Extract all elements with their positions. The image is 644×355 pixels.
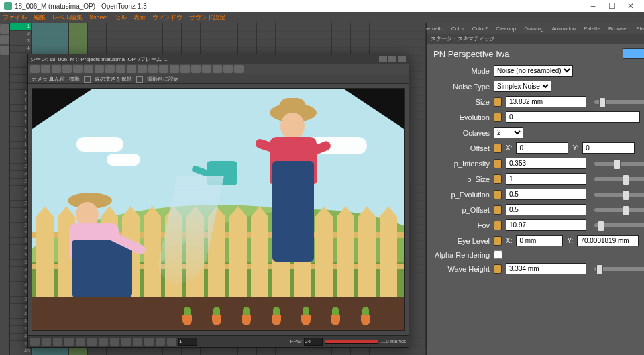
tool-icon[interactable] (170, 65, 179, 73)
menu-edit[interactable]: 編集 (34, 13, 46, 22)
window-minimize[interactable]: – (584, 1, 602, 11)
tab-color2[interactable]: Color2 (470, 26, 490, 32)
tool-icon[interactable] (159, 65, 168, 73)
tool-icon[interactable] (41, 65, 50, 73)
row-number[interactable]: 2 (10, 31, 31, 38)
octaves-select[interactable]: 2 (494, 127, 523, 138)
play-prev-icon[interactable] (42, 338, 51, 346)
zoom-select[interactable]: 標準 (69, 75, 80, 83)
grid-icon[interactable] (121, 338, 131, 346)
menu-cell[interactable]: セル (115, 13, 127, 22)
onion-icon[interactable] (99, 338, 108, 346)
psize-input[interactable] (506, 173, 586, 185)
guide-icon[interactable] (133, 338, 142, 346)
fps-input[interactable] (304, 338, 323, 346)
eyelevel-y-input[interactable] (577, 235, 639, 246)
menu-file[interactable]: ファイル (3, 13, 27, 22)
checkbox-icon[interactable] (84, 76, 91, 83)
tab-palette[interactable]: Palette (582, 26, 602, 32)
tool-icon[interactable] (0, 46, 9, 55)
keyframe-icon[interactable] (494, 159, 502, 168)
window-close[interactable]: ✕ (621, 1, 640, 11)
poffset-input[interactable] (506, 204, 586, 215)
tool-icon[interactable] (52, 65, 61, 73)
mode-select[interactable]: Noise (no resampled) (494, 65, 573, 77)
evolution-input[interactable] (506, 111, 640, 123)
pevolution-input[interactable] (506, 189, 586, 200)
tab-animation[interactable]: Animation (549, 26, 578, 32)
window-maximize[interactable]: ☐ (602, 1, 621, 11)
keyframe-icon[interactable] (494, 236, 502, 246)
keyframe-icon[interactable] (494, 113, 502, 122)
snap-icon[interactable] (110, 338, 119, 346)
pintensity-input[interactable] (506, 158, 586, 169)
keyframe-icon[interactable] (494, 190, 502, 199)
size-slider[interactable] (594, 100, 644, 104)
fov-input[interactable] (506, 219, 586, 231)
menu-window[interactable]: ウィンドウ (152, 13, 182, 22)
play-next-icon[interactable] (64, 338, 74, 346)
menu-view[interactable]: 表示 (133, 13, 146, 22)
noisetype-select[interactable]: Simplex Noise (494, 81, 551, 92)
viewer-min-icon[interactable] (379, 56, 387, 62)
keyframe-icon[interactable] (494, 97, 502, 107)
tool-icon[interactable] (138, 65, 147, 73)
camera-icon[interactable] (144, 338, 154, 346)
play-first-icon[interactable] (30, 338, 40, 346)
tool-icon[interactable] (223, 65, 233, 73)
menu-xsheet[interactable]: Xsheet (89, 14, 108, 21)
tab-browser[interactable]: Browser (606, 26, 630, 32)
offset-y-input[interactable] (582, 142, 635, 154)
keyframe-icon[interactable] (494, 144, 502, 153)
eyelevel-x-input[interactable] (516, 235, 563, 246)
keyframe-icon[interactable] (494, 264, 502, 274)
keyframe-icon[interactable] (494, 174, 502, 184)
tool-icon[interactable] (191, 65, 201, 73)
tool-icon[interactable] (95, 65, 104, 73)
camera-select[interactable]: カメラ 真ん前 (32, 75, 65, 83)
offset-x-input[interactable] (516, 142, 568, 154)
pintensity-slider[interactable] (594, 162, 644, 166)
tool-icon[interactable] (105, 65, 115, 73)
fov-slider[interactable] (594, 223, 644, 227)
loop-icon[interactable] (87, 338, 97, 346)
tool-icon[interactable] (148, 65, 158, 73)
viewer-canvas[interactable] (32, 88, 405, 331)
poffset-slider[interactable] (594, 208, 644, 212)
tool-icon[interactable] (213, 65, 222, 73)
tool-icon[interactable] (127, 65, 136, 73)
menu-sound[interactable]: サウンド設定 (189, 13, 225, 22)
alpha-checkbox[interactable] (494, 250, 502, 259)
menu-level[interactable]: レベル編集 (52, 13, 83, 22)
row-number[interactable]: 4 (10, 46, 31, 53)
tool-icon[interactable] (84, 65, 93, 73)
tool-icon[interactable] (202, 65, 211, 73)
tab-color[interactable]: Color (449, 26, 466, 32)
tab-cleanup[interactable]: Cleanup (494, 26, 518, 32)
viewer-titlebar[interactable]: シーン: 18_006_M :: Projects matusima_OP_/フ… (28, 54, 409, 64)
tool-icon[interactable] (180, 65, 190, 73)
tool-icon[interactable] (73, 65, 83, 73)
tool-icon[interactable] (30, 65, 40, 73)
pevolution-slider[interactable] (594, 193, 644, 197)
keyframe-icon[interactable] (494, 205, 502, 215)
wave-slider[interactable] (594, 267, 644, 271)
frame-current-input[interactable] (178, 338, 197, 346)
tool-icon[interactable] (62, 65, 72, 73)
tool-icon[interactable] (234, 65, 244, 73)
wave-input[interactable] (506, 263, 586, 274)
tab-drawing[interactable]: Drawing (522, 26, 545, 32)
row-number[interactable]: 3 (10, 38, 31, 46)
checkbox-icon[interactable] (136, 76, 143, 83)
fx-color-swatch[interactable] (623, 48, 644, 59)
play-last-icon[interactable] (76, 338, 85, 346)
play-icon[interactable] (53, 338, 62, 346)
tab-player[interactable]: Player (634, 26, 644, 32)
row-number[interactable]: 1 (10, 23, 31, 31)
tool-icon[interactable] (0, 35, 9, 44)
row-number[interactable]: 45 (10, 348, 31, 355)
safe-icon[interactable] (156, 338, 165, 346)
viewer-close-icon[interactable] (398, 56, 406, 62)
tool-icon[interactable] (116, 65, 125, 73)
psize-slider[interactable] (594, 177, 644, 181)
